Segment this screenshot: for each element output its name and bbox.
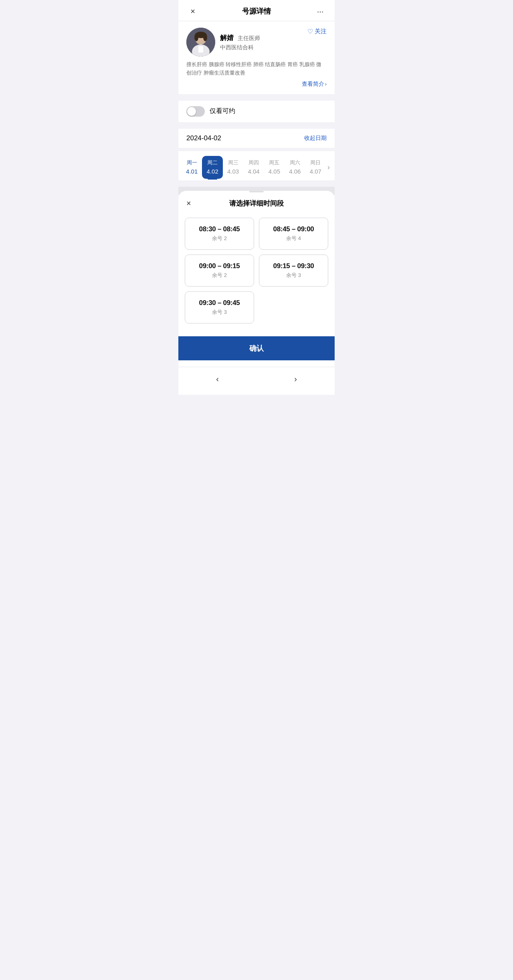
divider-2 <box>178 125 335 129</box>
profile-link-text: 查看简介 <box>302 81 324 88</box>
week-day-label: 周四 <box>248 159 259 166</box>
sheet-title: 请选择详细时间段 <box>229 199 284 208</box>
active-indicator <box>208 178 217 180</box>
week-item-周四[interactable]: 周四4.04 <box>243 156 264 179</box>
week-date-label: 4.02 <box>207 168 218 175</box>
date-bar: 2024-04-02 收起日期 <box>178 129 335 148</box>
close-icon[interactable]: × <box>186 7 199 16</box>
time-range-label: 08:30 – 08:45 <box>192 225 247 233</box>
doctor-card: 解婧 主任医师 中西医结合科 ♡ 关注 擅长肝癌 胰腺癌 转移性肝癌 肺癌 结直… <box>178 21 335 94</box>
heart-icon: ♡ <box>307 28 313 35</box>
week-day-label: 周日 <box>310 159 321 166</box>
doctor-department: 中西医结合科 <box>220 44 260 51</box>
time-remain-label: 余号 3 <box>192 309 247 316</box>
time-range-label: 09:00 – 09:15 <box>192 262 247 270</box>
svg-point-4 <box>194 33 198 41</box>
time-slot-4[interactable]: 09:30 – 09:45余号 3 <box>185 291 254 323</box>
toggle-knob <box>187 107 196 116</box>
follow-button[interactable]: ♡ 关注 <box>307 28 327 35</box>
svg-point-5 <box>203 33 207 41</box>
doctor-title: 主任医师 <box>238 35 260 41</box>
nav-back-icon[interactable]: ‹ <box>200 371 235 387</box>
avatar <box>186 28 215 57</box>
time-remain-label: 余号 2 <box>192 272 247 279</box>
time-slot-3[interactable]: 09:15 – 09:30余号 3 <box>259 255 328 287</box>
divider-1 <box>178 97 335 101</box>
svg-rect-6 <box>198 46 203 53</box>
week-selector: 周一4.01周二4.02周三4.03周四4.04周五4.05周六4.06周日4.… <box>178 151 335 180</box>
time-grid: 08:30 – 08:45余号 208:45 – 09:00余号 409:00 … <box>185 218 328 323</box>
week-date-label: 4.04 <box>248 168 259 175</box>
time-slot-1[interactable]: 08:45 – 09:00余号 4 <box>259 218 328 250</box>
week-item-周日[interactable]: 周日4.07 <box>305 156 326 179</box>
page-title: 号源详情 <box>242 6 271 16</box>
sheet-close-icon[interactable]: × <box>186 199 199 208</box>
time-remain-label: 余号 2 <box>192 235 247 242</box>
week-item-周二[interactable]: 周二4.02 <box>202 156 222 179</box>
week-day-label: 周三 <box>228 159 238 166</box>
doctor-text: 解婧 主任医师 中西医结合科 <box>220 33 260 51</box>
week-date-label: 4.07 <box>310 168 321 175</box>
doctor-name: 解婧 <box>220 34 234 42</box>
divider-3 <box>178 184 335 187</box>
week-item-周五[interactable]: 周五4.05 <box>264 156 285 179</box>
time-range-label: 09:15 – 09:30 <box>266 262 321 270</box>
sheet-body: 08:30 – 08:45余号 208:45 – 09:00余号 409:00 … <box>178 213 335 335</box>
week-day-label: 周二 <box>207 159 218 166</box>
week-date-label: 4.03 <box>227 168 239 175</box>
week-day-label: 周五 <box>269 159 279 166</box>
doctor-tags: 擅长肝癌 胰腺癌 转移性肝癌 肺癌 结直肠癌 胃癌 乳腺癌 微创治疗 肿瘤生活质… <box>186 61 327 77</box>
time-range-label: 09:30 – 09:45 <box>192 299 247 307</box>
time-slot-0[interactable]: 08:30 – 08:45余号 2 <box>185 218 254 250</box>
week-day-label: 周一 <box>187 159 197 166</box>
filter-toggle[interactable] <box>186 106 205 117</box>
filter-bar: 仅看可约 <box>178 101 335 122</box>
week-next-icon[interactable]: › <box>326 163 331 172</box>
header: × 号源详情 ··· <box>178 0 335 21</box>
selected-date: 2024-04-02 <box>186 134 221 142</box>
week-day-label: 周六 <box>290 159 300 166</box>
time-slot-2[interactable]: 09:00 – 09:15余号 2 <box>185 255 254 287</box>
week-item-周六[interactable]: 周六4.06 <box>285 156 305 179</box>
bottom-sheet: × 请选择详细时间段 08:30 – 08:45余号 208:45 – 09:0… <box>178 191 335 367</box>
doctor-info: 解婧 主任医师 中西医结合科 <box>186 28 260 57</box>
more-icon[interactable]: ··· <box>314 7 327 16</box>
nav-forward-icon[interactable]: › <box>278 371 313 387</box>
week-item-周三[interactable]: 周三4.03 <box>223 156 243 179</box>
follow-label: 关注 <box>315 28 327 35</box>
bottom-nav: ‹ › <box>178 367 335 395</box>
time-remain-label: 余号 4 <box>266 235 321 242</box>
confirm-button[interactable]: 确认 <box>178 336 335 360</box>
week-date-label: 4.05 <box>269 168 280 175</box>
filter-label: 仅看可约 <box>210 107 235 115</box>
time-range-label: 08:45 – 09:00 <box>266 225 321 233</box>
chevron-right-icon: › <box>325 81 327 87</box>
sheet-header: × 请选择详细时间段 <box>178 192 335 213</box>
time-remain-label: 余号 3 <box>266 272 321 279</box>
week-date-label: 4.06 <box>289 168 301 175</box>
week-item-周一[interactable]: 周一4.01 <box>182 156 202 179</box>
collapse-date-button[interactable]: 收起日期 <box>304 135 327 142</box>
profile-link[interactable]: 查看简介 › <box>186 81 327 88</box>
week-date-label: 4.01 <box>186 168 198 175</box>
